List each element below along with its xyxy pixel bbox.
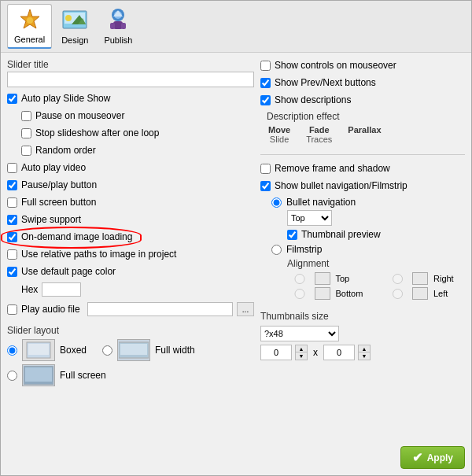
publish-icon	[105, 9, 131, 34]
align-top-box	[315, 272, 330, 285]
remove-frame-checkbox[interactable]	[260, 164, 271, 174]
left-panel: Slider title Auto play Slide Show Pause …	[7, 59, 254, 437]
svg-point-4	[65, 15, 72, 21]
slider-layout-label: Slider layout	[7, 325, 254, 336]
publish-tab[interactable]: Publish	[98, 6, 138, 48]
filmstrip-radio[interactable]	[271, 245, 282, 255]
default-page-checkbox[interactable]	[7, 267, 17, 277]
thumb-width-down[interactable]: ▼	[296, 352, 307, 360]
swipe-checkbox[interactable]	[7, 215, 17, 225]
main-content: Slider title Auto play Slide Show Pause …	[1, 53, 471, 443]
align-left-radio[interactable]	[385, 289, 411, 299]
filmstrip-label: Filmstrip	[286, 244, 322, 255]
on-demand-highlight: On-demand image loading	[7, 231, 132, 242]
pause-mouseover-row: Pause on mouseover	[21, 109, 254, 122]
auto-play-video-checkbox[interactable]	[7, 163, 17, 173]
fullscreen-checkbox[interactable]	[7, 197, 17, 208]
default-page-label: Use default page color	[21, 266, 116, 277]
effect-fade-traces[interactable]: Fade Traces	[306, 125, 332, 144]
show-desc-row: Show descriptions	[260, 94, 465, 106]
swipe-row: Swipe support	[7, 213, 254, 226]
show-desc-checkbox[interactable]	[260, 95, 271, 105]
slider-title-input[interactable]	[7, 72, 254, 87]
show-controls-checkbox[interactable]	[260, 61, 271, 71]
thumbnail-preview-label: Thumbnail preview	[301, 229, 381, 240]
thumb-width-input[interactable]	[260, 345, 292, 360]
position-select[interactable]: Top Bottom Left Right	[287, 210, 332, 226]
relative-paths-checkbox[interactable]	[7, 249, 17, 260]
pause-play-row: Pause/play button	[7, 179, 254, 191]
bullet-nav-radio[interactable]	[271, 197, 282, 208]
pause-play-checkbox[interactable]	[7, 180, 17, 190]
play-audio-row: Play audio file ...	[7, 301, 254, 317]
svg-rect-11	[110, 23, 115, 29]
pause-play-label: Pause/play button	[21, 179, 97, 190]
main-window: General Design	[0, 0, 472, 476]
hex-row: Hex	[21, 282, 254, 297]
show-bullet-label: Show bullet navigation/Filmstrip	[275, 180, 407, 191]
show-bullet-checkbox[interactable]	[260, 181, 271, 191]
random-order-row: Random order	[21, 144, 254, 157]
effect-move-top: Move	[268, 125, 290, 135]
design-tab[interactable]: Design	[55, 6, 94, 48]
general-tab[interactable]: General	[7, 4, 52, 49]
bullet-nav-section: Bullet navigation Top Bottom Left Right …	[271, 197, 465, 300]
boxed-label: Boxed	[60, 345, 87, 356]
thumb-height-up[interactable]: ▲	[359, 345, 370, 352]
random-order-checkbox[interactable]	[21, 146, 31, 156]
hex-input[interactable]	[42, 282, 81, 297]
fullscreen-label: Full screen button	[21, 197, 96, 208]
general-tab-label: General	[14, 35, 45, 44]
stop-loop-checkbox[interactable]	[21, 128, 31, 138]
pause-mouseover-checkbox[interactable]	[21, 111, 31, 121]
remove-frame-label: Remove frame and shadow	[275, 163, 390, 174]
slider-layout-section: Slider layout Boxed	[7, 325, 254, 386]
thumbnails-size-select[interactable]: ?x48 ?x64 ?x96	[260, 326, 339, 341]
thumbnails-size-label: Thumbnails size	[260, 311, 465, 322]
desc-effect-label: Description effect	[267, 111, 465, 122]
boxed-thumb	[22, 339, 55, 361]
default-page-row: Use default page color	[7, 265, 254, 278]
show-prev-next-checkbox[interactable]	[260, 78, 271, 88]
audio-path-input[interactable]	[87, 302, 233, 316]
show-controls-row: Show controls on mouseover	[260, 59, 465, 72]
align-right-box	[412, 272, 428, 285]
full-width-label: Full width	[155, 345, 195, 356]
show-prev-next-row: Show Prev/Next buttons	[260, 76, 465, 89]
on-demand-label: On-demand image loading	[21, 231, 132, 242]
play-audio-label: Play audio file	[21, 304, 80, 315]
thumbnails-size-section: Thumbnails size ?x48 ?x64 ?x96 ▲ ▼ x ▲	[260, 311, 465, 360]
apply-button[interactable]: ✔ Apply	[400, 446, 465, 469]
effect-move-slide[interactable]: Move Slide	[268, 125, 290, 144]
thumb-height-down[interactable]: ▼	[359, 352, 370, 360]
full-width-radio[interactable]	[102, 345, 112, 356]
align-top-radio[interactable]	[287, 274, 312, 284]
auto-play-row: Auto play Slide Show	[7, 92, 254, 105]
random-order-label: Random order	[35, 145, 96, 156]
hex-label: Hex	[21, 284, 38, 295]
svg-rect-18	[25, 367, 52, 382]
thumb-height-input[interactable]	[323, 345, 355, 360]
effect-parallax[interactable]: Parallax	[348, 125, 381, 144]
svg-rect-12	[121, 23, 126, 29]
thumb-height-spinner: ▲ ▼	[358, 345, 371, 360]
design-icon	[62, 9, 87, 34]
svg-rect-16	[120, 344, 147, 355]
show-prev-next-label: Show Prev/Next buttons	[275, 77, 376, 88]
align-bottom-radio[interactable]	[287, 289, 312, 299]
on-demand-checkbox[interactable]	[7, 232, 17, 242]
play-audio-checkbox[interactable]	[7, 304, 17, 315]
align-right-radio[interactable]	[385, 274, 411, 284]
thumb-preview-row: Thumbnail preview	[287, 228, 465, 241]
apply-check-icon: ✔	[412, 450, 422, 465]
boxed-radio[interactable]	[7, 345, 17, 356]
browse-button[interactable]: ...	[237, 302, 254, 316]
desc-effect-section: Description effect Move Slide Fade Trace…	[260, 111, 465, 147]
full-screen-radio[interactable]	[7, 371, 17, 381]
thumbnail-preview-checkbox[interactable]	[287, 230, 297, 240]
auto-play-checkbox[interactable]	[7, 94, 17, 104]
alignment-grid: Top Right Bottom Left	[287, 272, 465, 300]
fullscreen-row: Full screen button	[7, 196, 254, 208]
full-screen-thumb	[22, 364, 55, 386]
thumb-width-up[interactable]: ▲	[296, 345, 307, 352]
